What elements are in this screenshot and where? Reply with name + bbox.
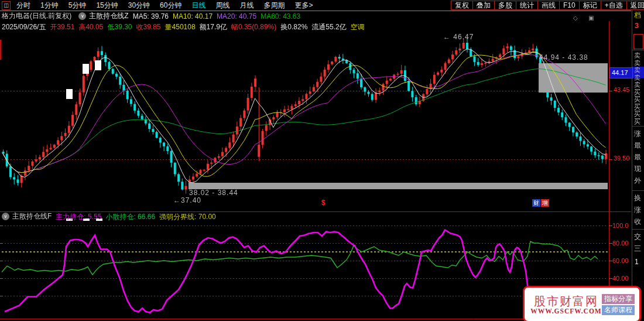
quote-segment: 幅0.35(0.89%) <box>231 23 276 31</box>
sliver-group: 涨最最现外 <box>632 128 644 186</box>
quote-segment: 额17.9亿 <box>200 23 227 31</box>
sliver-separator <box>632 50 644 50</box>
indicator-values: 主力持仓: 5.55小散持仓: 66.66强弱分界线: 70.00 <box>56 211 220 222</box>
price-annotation: 44.94 - 43.38 <box>539 53 588 62</box>
diamond-icon[interactable]: ◇ <box>573 15 578 21</box>
quote-segment: 高40.05 <box>78 23 103 31</box>
quote-segment: 低39.30 <box>107 23 132 31</box>
toolbar-buttons: 复权叠加多股统计画线F10标记+自选返回 <box>451 1 644 10</box>
menu-item-更多>[interactable]: 更多> <box>294 1 313 11</box>
toolbar-button-画线[interactable]: 画线 <box>537 1 560 10</box>
toolbar-button-+自选[interactable]: +自选 <box>601 1 627 10</box>
menu-item-15分钟[interactable]: 15分钟 <box>96 1 118 11</box>
price-annotation: 38.02 - 38.44 <box>189 189 238 197</box>
menu-item-30分钟[interactable]: 30分钟 <box>128 1 150 11</box>
quote-segment: 量450108 <box>165 23 196 31</box>
indicator-value-label: 强弱分界线: 70.00 <box>159 213 216 221</box>
collapse-icon[interactable]: ∨ <box>2 213 9 220</box>
quote-values: 2025/09/26/五开39.51高40.05低39.30收39.85量450… <box>2 21 369 32</box>
pane-split-icon[interactable]: ◫ <box>2 1 11 10</box>
dollar-marker: $ <box>321 199 326 207</box>
sliver-number: 3 <box>635 21 639 30</box>
watermark-badge: 名师课程 <box>602 305 635 315</box>
indicator-axis-label: 40.00 <box>612 275 629 282</box>
toolbar-button-多股[interactable]: 多股 <box>494 1 516 10</box>
menu-item-日线[interactable]: 日线 <box>191 1 205 11</box>
toolbar-button-叠加[interactable]: 叠加 <box>472 1 495 10</box>
toolbar-button-复权[interactable]: 复权 <box>451 1 473 10</box>
menu-item-60分钟[interactable]: 60分钟 <box>160 1 181 11</box>
sliver-separator <box>632 190 644 191</box>
menu-item-月线[interactable]: 月线 <box>239 1 254 11</box>
quote-segment: 换0.82% <box>280 23 307 31</box>
quote-segment: 2025/09/26/五 <box>2 23 46 31</box>
chart-canvas <box>0 0 644 321</box>
toolbar-button-返回[interactable]: 返回 <box>626 1 644 10</box>
watermark-box: 股市财富网 WWW.GSCFW.COM 指标分享名师课程 <box>523 286 641 321</box>
menu-item-1分钟[interactable]: 1分钟 <box>40 1 59 11</box>
quote-segment: 空调 <box>351 23 365 31</box>
event-badge: 财 <box>532 199 540 207</box>
stock-title: 格力电器(日线.前复权) <box>2 11 71 21</box>
price-annotation: ← 46.47 <box>443 33 474 41</box>
indicator-axis-label: 80.00 <box>612 240 629 247</box>
indicator-name-sub[interactable]: 主散持仓线F <box>12 211 52 221</box>
price-annotation: ←37.40 <box>173 196 201 204</box>
menu-item-分时[interactable]: 分时 <box>16 1 30 11</box>
watermark-text: 股市财富网 WWW.GSCFW.COM <box>530 295 602 315</box>
quote-segment: 收39.85 <box>136 23 161 31</box>
trading-app-window: ◫ 分时1分钟5分钟15分钟30分钟60分钟日线周线月线多周期更多> 复权叠加多… <box>0 0 644 321</box>
indicator-header: ∨ 主散持仓线F 主力持仓: 5.55小散持仓: 66.66强弱分界线: 70.… <box>0 211 609 221</box>
event-badge: 增 <box>541 199 549 207</box>
menu-item-多周期[interactable]: 多周期 <box>263 1 285 11</box>
sliver-top-char: 档 <box>634 11 641 21</box>
quote-panel-sliver: 档 3 卖卖卖卖卖买买买买买涨最最现外换涨收交三 1 <box>632 0 644 321</box>
sliver-group: 换涨收 <box>632 192 644 227</box>
indicator-axis-label: 60.00 <box>612 257 629 264</box>
sliver-group: 交三 <box>632 231 644 254</box>
watermark-badges: 指标分享名师课程 <box>602 293 635 316</box>
indicator-value-label: 主力持仓: 5.55 <box>56 213 101 221</box>
watermark-site: 股市财富网 <box>530 295 602 308</box>
period-menu: 分时1分钟5分钟15分钟30分钟60分钟日线周线月线多周期更多> <box>16 1 323 11</box>
sliver-bottom-num: 1 <box>635 258 639 266</box>
ma-label: MA10: 40.17 <box>173 12 213 21</box>
price-axis-label: 43.45 <box>614 86 630 93</box>
sliver-separator <box>632 126 644 127</box>
pane-icon[interactable]: ▣ <box>588 15 594 21</box>
sliver-box <box>633 34 643 49</box>
ma-labels: MA5: 39.76MA10: 40.17MA20: 40.75MA60: 43… <box>133 11 305 21</box>
indicator-name-main[interactable]: 主散持仓线Z <box>89 11 128 21</box>
info-row-2: 2025/09/26/五开39.51高40.05低39.30收39.85量450… <box>0 21 609 32</box>
watermark-url: WWW.GSCFW.COM <box>530 308 602 315</box>
quote-segment: 流通55.2亿 <box>311 23 346 31</box>
quote-segment: 开39.51 <box>50 23 74 31</box>
sliver-separator <box>632 229 644 230</box>
ma-label: MA20: 40.75 <box>217 12 256 21</box>
indicator-axis-label: 100.0 <box>612 222 629 229</box>
toolbar-button-F10[interactable]: F10 <box>559 1 580 10</box>
ma-label: MA5: 39.76 <box>133 12 169 21</box>
info-row-1: 格力电器(日线.前复权) ∨ 主散持仓线Z MA5: 39.76MA10: 40… <box>0 11 609 21</box>
ma-label: MA60: 43.63 <box>261 12 300 21</box>
indicator-value-label: 小散持仓: 66.66 <box>105 213 155 221</box>
price-highlight-label: 44.17 <box>609 67 633 78</box>
watermark-badge: 指标分享 <box>602 294 635 304</box>
menu-item-周线[interactable]: 周线 <box>215 1 229 11</box>
collapse-icon[interactable]: ∨ <box>78 12 86 20</box>
menu-item-5分钟[interactable]: 5分钟 <box>68 1 87 11</box>
price-axis-label: 39.50 <box>614 155 630 162</box>
toolbar-button-标记[interactable]: 标记 <box>579 1 601 10</box>
toolbar-button-统计[interactable]: 统计 <box>516 1 538 10</box>
sliver-group: 卖卖卖卖卖买买买买买 <box>632 52 644 125</box>
